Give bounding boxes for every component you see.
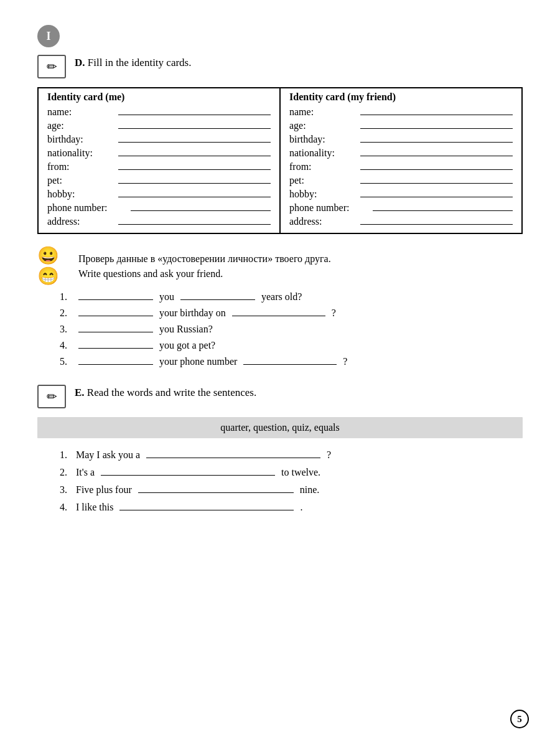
russian-line: Проверь данные в «удостоверении личности… xyxy=(78,251,331,266)
exercise-d-label: D. Fill in the identity cards. xyxy=(75,55,191,71)
russian-text: Проверь данные в «удостоверении личности… xyxy=(78,251,331,281)
section-badge: I xyxy=(37,25,60,47)
field-label-from-friend: from: xyxy=(289,161,358,172)
age-line-friend xyxy=(360,128,513,129)
card-me-nationality: nationality: xyxy=(47,148,271,159)
sentence-item-1: 1. May I ask you a ? xyxy=(60,449,523,461)
nationality-line-me xyxy=(118,156,271,156)
q-num-4: 4. xyxy=(60,340,72,351)
exercise-d-instruction: Fill in the identity cards. xyxy=(88,57,192,68)
field-label-name-friend: name: xyxy=(289,106,358,118)
english-line: Write questions and ask your friend. xyxy=(78,266,331,281)
field-label-age-friend: age: xyxy=(289,120,358,131)
card-me-from: from: xyxy=(47,161,271,172)
exercise-e-instruction: Read the words and write the sentences. xyxy=(87,387,256,398)
q1-suffix: years old? xyxy=(261,291,302,303)
sentence-item-2: 2. It's a to twelve. xyxy=(60,467,523,478)
s2-blank xyxy=(101,475,275,476)
question-item-5: 5. your phone number ? xyxy=(60,356,523,367)
exercise-e-label: E. Read the words and write the sentence… xyxy=(75,385,256,401)
s3-after: nine. xyxy=(300,484,320,496)
nationality-line-friend xyxy=(360,156,513,156)
question-item-3: 3. you Russian? xyxy=(60,324,523,335)
q-num-1: 1. xyxy=(60,291,72,303)
q3-blank1 xyxy=(78,332,153,332)
pencil-icon-e: ✏ xyxy=(37,385,66,408)
card-me-birthday: birthday: xyxy=(47,134,271,145)
s4-after: . xyxy=(300,502,302,513)
s-num-3: 3. xyxy=(60,484,72,496)
card-friend-name: name: xyxy=(289,106,513,118)
q-num-3: 3. xyxy=(60,324,72,335)
from-line-me xyxy=(118,169,271,170)
field-label-phone: phone number: xyxy=(47,202,128,214)
sentence-item-4: 4. I like this . xyxy=(60,502,523,513)
page-number: 5 xyxy=(510,710,529,728)
card-friend-hobby: hobby: xyxy=(289,189,513,200)
name-line-friend xyxy=(360,115,513,115)
card-friend-address: address: xyxy=(289,216,513,227)
q2-mid: your birthday on xyxy=(159,308,226,319)
s1-before: May I ask you a xyxy=(76,449,140,461)
birthday-line-friend xyxy=(360,142,513,143)
s1-after: ? xyxy=(327,449,331,461)
s4-before: I like this xyxy=(76,502,113,513)
q5-blank1 xyxy=(78,364,153,365)
card-me-title: Identity card (me) xyxy=(47,92,271,103)
s2-after: to twelve. xyxy=(281,467,320,478)
card-me-column: Identity card (me) name: age: birthday: … xyxy=(38,88,280,233)
field-label-pet-friend: pet: xyxy=(289,175,358,186)
s3-blank xyxy=(138,492,294,493)
question-item-2: 2. your birthday on ? xyxy=(60,308,523,319)
card-me-age: age: xyxy=(47,120,271,131)
pet-line-friend xyxy=(360,183,513,184)
address-line-me xyxy=(118,224,271,225)
s-num-4: 4. xyxy=(60,502,72,513)
hobby-line-friend xyxy=(360,197,513,197)
questions-list: 1. you years old? 2. your birthday on ? … xyxy=(60,291,523,367)
s-num-2: 2. xyxy=(60,467,72,478)
sentence-item-3: 3. Five plus four nine. xyxy=(60,484,523,496)
russian-instruction-block: 😀😁 Проверь данные в «удостоверении лично… xyxy=(37,251,523,281)
card-me-pet: pet: xyxy=(47,175,271,186)
q3-mid: you Russian? xyxy=(159,324,213,335)
question-item-1: 1. you years old? xyxy=(60,291,523,303)
card-friend-phone: phone number: xyxy=(289,202,513,214)
faces-icon: 😀😁 xyxy=(37,253,70,279)
q1-blank1 xyxy=(78,299,153,300)
field-label-hobby: hobby: xyxy=(47,189,116,200)
word-box: quarter, question, quiz, equals xyxy=(37,417,523,438)
q5-blank2 xyxy=(243,364,337,365)
exercise-d-letter: D. xyxy=(75,57,85,68)
exercise-e-header: ✏ E. Read the words and write the senten… xyxy=(37,385,523,408)
q-num-2: 2. xyxy=(60,308,72,319)
hobby-line-me xyxy=(118,197,271,197)
field-label-pet: pet: xyxy=(47,175,116,186)
field-label-from: from: xyxy=(47,161,116,172)
q2-suffix: ? xyxy=(332,308,336,319)
phone-line-friend xyxy=(373,210,513,211)
card-me-phone: phone number: xyxy=(47,202,271,214)
card-friend-column: Identity card (my friend) name: age: bir… xyxy=(280,88,522,233)
birthday-line-me xyxy=(118,142,271,143)
card-friend-age: age: xyxy=(289,120,513,131)
card-friend-nationality: nationality: xyxy=(289,148,513,159)
card-friend-pet: pet: xyxy=(289,175,513,186)
q5-mid: your phone number xyxy=(159,356,237,367)
field-label-address-friend: address: xyxy=(289,216,358,227)
pencil-icon: ✏ xyxy=(37,55,66,78)
phone-line-me xyxy=(131,210,271,211)
age-line-me xyxy=(118,128,271,129)
s-num-1: 1. xyxy=(60,449,72,461)
exercise-e-letter: E. xyxy=(75,387,85,398)
q1-blank2 xyxy=(180,299,255,300)
q-num-5: 5. xyxy=(60,356,72,367)
card-me-address: address: xyxy=(47,216,271,227)
exercise-d-header: ✏ D. Fill in the identity cards. xyxy=(37,55,523,78)
q2-blank1 xyxy=(78,316,153,316)
card-me-hobby: hobby: xyxy=(47,189,271,200)
card-friend-title: Identity card (my friend) xyxy=(289,92,513,103)
name-line-me xyxy=(118,115,271,115)
field-label-birthday: birthday: xyxy=(47,134,116,145)
s3-before: Five plus four xyxy=(76,484,132,496)
